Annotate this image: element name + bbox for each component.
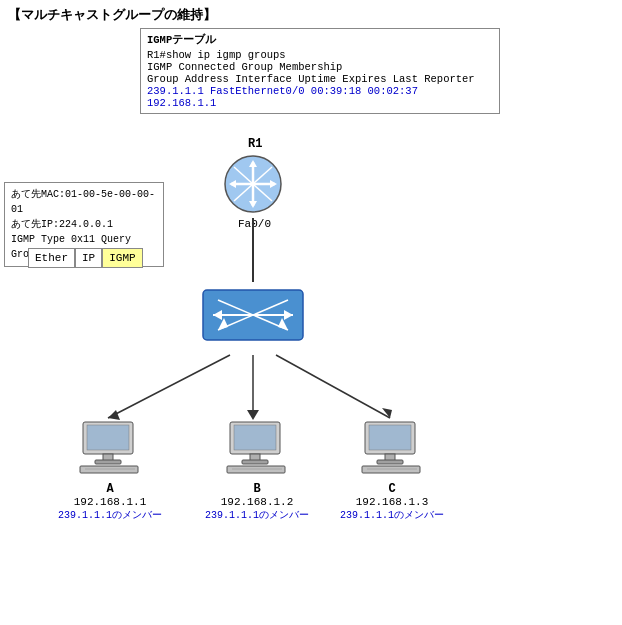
svg-rect-30 [234, 425, 276, 450]
computer-a-name: A [58, 482, 162, 496]
computer-a-ip: 192.168.1.1 [58, 496, 162, 508]
packet-ip: IP [75, 248, 102, 268]
computer-c-member: 239.1.1.1のメンバー [340, 508, 444, 522]
igmp-header2: Group Address Interface Uptime Expires L… [147, 73, 493, 85]
computer-b-icon [222, 420, 292, 475]
interface-label: Fa0/0 [238, 218, 271, 230]
svg-marker-20 [247, 410, 259, 420]
svg-rect-26 [95, 460, 121, 464]
router-label: R1 [248, 137, 262, 151]
annotation-line1: あて先MAC:01-00-5e-00-00-01 [11, 187, 157, 217]
svg-rect-38 [377, 460, 403, 464]
computer-a: A 192.168.1.1 239.1.1.1のメンバー [58, 420, 162, 522]
annotation-line2: あて先IP:224.0.0.1 [11, 217, 157, 232]
packet-igmp: IGMP [102, 248, 142, 268]
igmp-table-box: IGMPテーブル R1#show ip igmp groups IGMP Con… [140, 28, 500, 114]
svg-rect-32 [242, 460, 268, 464]
svg-rect-24 [87, 425, 129, 450]
packet-row: Ether IP IGMP [28, 248, 143, 268]
igmp-header1: IGMP Connected Group Membership [147, 61, 493, 73]
svg-line-17 [108, 355, 230, 418]
computer-c-name: C [340, 482, 444, 496]
computer-c-ip: 192.168.1.3 [340, 496, 444, 508]
svg-line-21 [276, 355, 390, 418]
svg-rect-39 [362, 466, 420, 473]
computer-b-ip: 192.168.1.2 [205, 496, 309, 508]
computer-b: B 192.168.1.2 239.1.1.1のメンバー [205, 420, 309, 522]
switch-icon [198, 280, 308, 350]
igmp-cmd: R1#show ip igmp groups [147, 49, 493, 61]
svg-marker-18 [108, 410, 120, 420]
computer-c: C 192.168.1.3 239.1.1.1のメンバー [340, 420, 444, 522]
igmp-data-row: 239.1.1.1 FastEthernet0/0 00:39:18 00:02… [147, 85, 493, 109]
annotation-line3: IGMP Type 0x11 Query [11, 232, 157, 247]
router-icon [218, 152, 288, 217]
computer-c-icon [357, 420, 427, 475]
computer-b-member: 239.1.1.1のメンバー [205, 508, 309, 522]
line-router-switch [252, 218, 254, 282]
computer-a-member: 239.1.1.1のメンバー [58, 508, 162, 522]
arrows-svg [0, 350, 622, 430]
svg-rect-33 [227, 466, 285, 473]
computer-a-icon [75, 420, 145, 475]
svg-rect-27 [80, 466, 138, 473]
svg-rect-36 [369, 425, 411, 450]
packet-ether: Ether [28, 248, 75, 268]
page-title: 【マルチキャストグループの維持】 [0, 0, 622, 28]
igmp-table-title: IGMPテーブル [147, 33, 493, 47]
computer-b-name: B [205, 482, 309, 496]
